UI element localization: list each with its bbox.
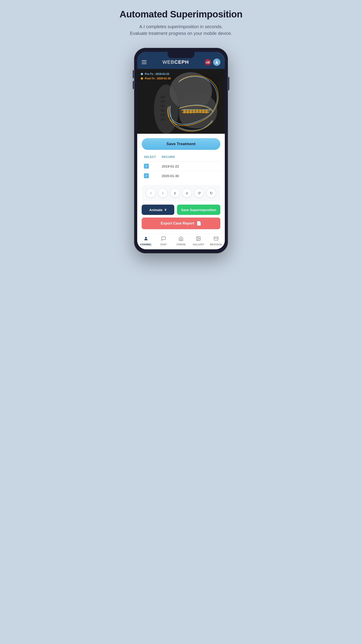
table-row: ✓ 2020-01-30 [142, 171, 220, 180]
animate-label: Animate [149, 208, 162, 212]
pre-tx-dot [141, 73, 143, 75]
svg-rect-17 [206, 110, 207, 113]
ctrl-next-button[interactable]: › [158, 188, 168, 198]
checkbox-cell-2: ✓ [144, 173, 162, 178]
records-table: SELECT RECORD ✓ 2019-01-22 [142, 155, 220, 180]
svg-rect-10 [184, 110, 185, 113]
bottom-nav: CHANNEL CHAT [137, 234, 225, 249]
animate-button[interactable]: Animate ∨ [142, 204, 174, 215]
app-logo: WEBCEPH [162, 59, 189, 65]
forum-label: FORUM [177, 243, 185, 246]
export-case-report-button[interactable]: Export Case Report 📄 [142, 218, 220, 229]
save-superimposition-button[interactable]: Save Superimposition [177, 204, 220, 215]
channel-label: CHANNEL [140, 243, 152, 246]
nav-item-chat[interactable]: CHAT [157, 236, 170, 246]
nav-item-channel[interactable]: CHANNEL [139, 236, 153, 246]
pre-tx-label: Pre-Tx : 2019-01-22 [141, 72, 171, 76]
table-row: ✓ 2019-01-22 [142, 161, 220, 171]
export-file-icon: 📄 [196, 221, 201, 226]
record-date-2: 2020-01-30 [162, 174, 218, 178]
ctrl-prev-button[interactable]: ‹ [146, 188, 156, 198]
page-title: Automated Superimposition [120, 9, 242, 20]
ctrl-reset-button[interactable]: ↺ [194, 188, 204, 198]
post-tx-label: Post-Tx : 2020-01-30 [141, 77, 171, 80]
svg-rect-7 [161, 109, 165, 112]
checkbox-row-1[interactable]: ✓ [144, 164, 149, 168]
svg-point-0 [216, 61, 217, 62]
language-flag-icon[interactable]: 🇺🇸 [205, 59, 211, 65]
checkbox-cell-1: ✓ [144, 164, 162, 168]
ctrl-redo-button[interactable]: ↻ [206, 188, 216, 198]
post-tx-dot [141, 77, 143, 80]
chat-label: CHAT [160, 243, 167, 246]
message-icon [214, 236, 219, 242]
svg-rect-8 [161, 114, 165, 116]
save-treatment-button[interactable]: Save Treatment [142, 138, 220, 150]
chat-icon [161, 236, 166, 242]
side-button-vol-down [133, 81, 134, 89]
channel-icon [143, 236, 148, 242]
svg-point-18 [145, 237, 147, 238]
ctrl-up-button[interactable]: ∧ [170, 188, 180, 198]
phone-notch [168, 52, 194, 58]
svg-point-2 [154, 84, 179, 134]
check-icon-2: ✓ [145, 174, 148, 178]
nav-item-message[interactable]: MESSAGE [209, 236, 223, 246]
phone-screen: WEBCEPH 🇺🇸 [137, 52, 225, 249]
header-icons: 🇺🇸 [205, 58, 220, 66]
action-row: Animate ∨ Save Superimposition [142, 204, 220, 215]
xray-image: Pre-Tx : 2019-01-22 Post-Tx : 2020-01-30 [137, 69, 225, 134]
col-header-select: SELECT [144, 155, 162, 158]
check-icon-1: ✓ [145, 164, 148, 168]
content-area: Save Treatment SELECT RECORD ✓ 2019-01- [137, 134, 225, 234]
side-button-power [228, 77, 229, 90]
logo-ceph: CEPH [174, 59, 189, 65]
ctrl-down-button[interactable]: ∨ [182, 188, 192, 198]
svg-rect-12 [190, 110, 192, 113]
animate-chevron-icon: ∨ [164, 208, 167, 212]
logo-web: WEB [162, 59, 174, 65]
svg-rect-14 [196, 110, 198, 113]
forum-icon [179, 236, 183, 242]
nav-item-gallery[interactable]: GALLERY [192, 236, 205, 246]
side-button-vol-up [133, 70, 134, 78]
svg-rect-4 [161, 96, 165, 98]
gallery-icon [196, 236, 201, 242]
hamburger-menu-button[interactable] [142, 60, 147, 64]
gallery-label: GALLERY [193, 243, 204, 246]
record-date-1: 2019-01-22 [162, 164, 218, 168]
message-label: MESSAGE [210, 243, 222, 246]
page-subtitle: A.I completes superimposition in seconds… [130, 23, 232, 37]
controls-section: ‹ › ∧ ∨ ↺ ↻ [142, 185, 220, 201]
checkbox-row-2[interactable]: ✓ [144, 173, 149, 178]
svg-rect-11 [187, 110, 189, 113]
svg-rect-15 [199, 110, 201, 113]
svg-rect-13 [193, 110, 195, 113]
xray-labels: Pre-Tx : 2019-01-22 Post-Tx : 2020-01-30 [141, 72, 171, 80]
svg-point-20 [198, 238, 198, 238]
export-label: Export Case Report [161, 222, 194, 226]
svg-point-3 [170, 72, 212, 110]
post-tx-text: Post-Tx : 2020-01-30 [145, 77, 171, 80]
svg-rect-16 [202, 110, 204, 113]
col-header-record: RECORD [162, 155, 218, 158]
pre-tx-text: Pre-Tx : 2019-01-22 [145, 72, 169, 76]
user-avatar[interactable] [213, 58, 220, 66]
phone-mockup: WEBCEPH 🇺🇸 [134, 48, 228, 253]
nav-item-forum[interactable]: FORUM [174, 236, 188, 246]
svg-rect-9 [161, 118, 165, 121]
svg-rect-6 [161, 105, 165, 107]
table-header: SELECT RECORD [142, 155, 220, 158]
svg-rect-5 [161, 100, 165, 103]
